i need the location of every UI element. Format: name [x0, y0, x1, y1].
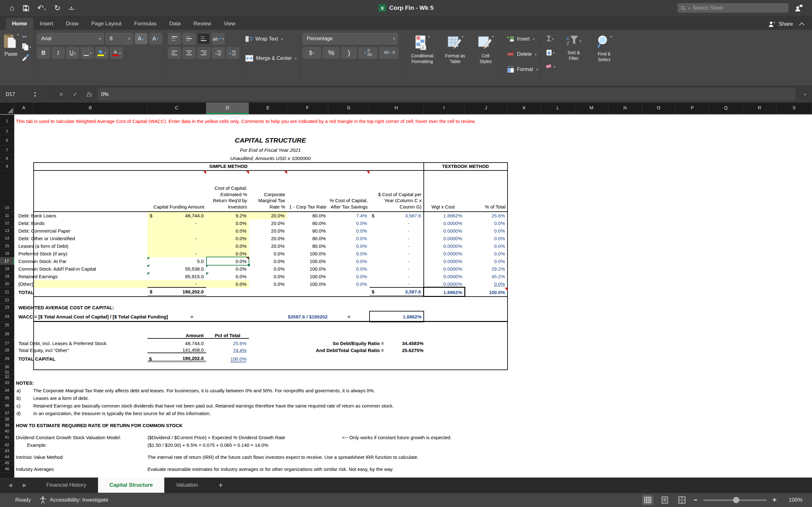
- cell-cost-per-year[interactable]: -: [369, 265, 423, 273]
- autosum-button[interactable]: Σ▾: [544, 33, 557, 44]
- cell-after-tax-pct[interactable]: 0.0%: [328, 257, 369, 265]
- equity-amount[interactable]: 141,458.0: [148, 347, 206, 353]
- cell-funding[interactable]: -: [148, 280, 206, 288]
- formula-input[interactable]: [97, 91, 761, 98]
- row-header-21[interactable]: 21: [0, 288, 14, 297]
- confirm-entry-icon[interactable]: ✓: [68, 86, 82, 103]
- cell-funding[interactable]: -: [148, 250, 206, 257]
- col-header-E[interactable]: E: [249, 103, 287, 114]
- cell-cost-per-year[interactable]: $3,587.6: [369, 212, 423, 219]
- tab-home[interactable]: Home: [6, 18, 33, 30]
- tab-insert[interactable]: Insert: [33, 18, 60, 30]
- name-box-input[interactable]: [5, 91, 34, 98]
- cell-after-tax-pct[interactable]: 0.0%: [328, 227, 369, 234]
- header-capital-funding[interactable]: Capital Funding Amount: [148, 204, 206, 210]
- cell-one-minus-tax[interactable]: 80.0%: [287, 234, 328, 242]
- add-sheet-button[interactable]: +: [210, 477, 232, 493]
- align-center-icon[interactable]: [183, 47, 195, 59]
- page-break-view-icon[interactable]: [676, 495, 688, 505]
- cell-label[interactable]: Debt: Bank Loans: [14, 212, 148, 219]
- cell-after-tax-pct[interactable]: 0.0%: [328, 273, 369, 280]
- wacc-result[interactable]: 1.8862%: [369, 314, 421, 320]
- col-header-N[interactable]: N: [608, 103, 642, 114]
- debt-equity-ratio-value[interactable]: 34.4583%: [389, 341, 423, 346]
- cell-wgt-cost[interactable]: 0.0000%: [423, 273, 465, 280]
- row-header-1[interactable]: 1: [0, 115, 14, 127]
- tab-formulas[interactable]: Formulas: [128, 18, 163, 30]
- increase-indent-icon[interactable]: ▸: [226, 47, 239, 59]
- col-header-K[interactable]: K: [507, 103, 541, 114]
- cell-one-minus-tax[interactable]: 80.0%: [287, 227, 328, 234]
- cell-tax-rate[interactable]: 0.0%: [249, 265, 287, 273]
- header-one-minus-tax[interactable]: 1 - Corp Tax Rate: [287, 204, 328, 210]
- cell-label[interactable]: Debt: Commercial Paper: [14, 227, 148, 234]
- row-header-38[interactable]: 38: [0, 417, 14, 421]
- cell-cost-per-year[interactable]: -: [369, 234, 423, 242]
- cell-one-minus-tax[interactable]: 100.0%: [287, 280, 328, 288]
- collapse-ribbon-icon[interactable]: [799, 22, 805, 27]
- fill-color-button[interactable]: ▾: [96, 47, 108, 59]
- cell-tax-rate[interactable]: 20.0%: [249, 242, 287, 250]
- delete-dropdown-icon[interactable]: ▾: [535, 53, 537, 56]
- cell-after-tax-pct[interactable]: 0.0%: [328, 265, 369, 273]
- cell-label[interactable]: Debt: Bonds: [14, 219, 148, 227]
- shrink-font-button[interactable]: A▼: [149, 33, 162, 44]
- row-header-10[interactable]: 10: [0, 170, 14, 212]
- row-header-32[interactable]: 32: [0, 375, 14, 379]
- cell-label[interactable]: [Other]: [14, 280, 148, 288]
- row-header-37[interactable]: 37: [0, 409, 14, 417]
- col-header-M[interactable]: M: [575, 103, 608, 114]
- cell-wgt-cost[interactable]: 0.0000%: [423, 250, 465, 257]
- cell-cost-pct[interactable]: 9.2%: [206, 212, 249, 219]
- col-header-R[interactable]: R: [743, 103, 776, 114]
- row-header-25[interactable]: 25: [0, 322, 14, 328]
- cell-pct-total[interactable]: 0.0%: [465, 250, 507, 257]
- row-header-17[interactable]: 17: [0, 257, 14, 265]
- cell-wgt-cost[interactable]: 0.0000%: [423, 280, 465, 288]
- cell-wgt-cost[interactable]: 0.0000%: [423, 257, 465, 265]
- search-input[interactable]: [692, 5, 777, 11]
- header-pct-of-total[interactable]: % of Total: [465, 204, 507, 210]
- row-header-33[interactable]: 33: [0, 379, 14, 387]
- decrease-decimal-icon[interactable]: .00▸.0: [379, 47, 398, 59]
- cell-after-tax-pct[interactable]: 0.0%: [328, 250, 369, 257]
- cell-label[interactable]: Leases (a form of Debt): [14, 242, 148, 250]
- row-header-8[interactable]: 8: [0, 155, 14, 162]
- cell-pct-total[interactable]: 25.6%: [465, 212, 507, 219]
- col-header-S[interactable]: S: [776, 103, 812, 114]
- underline-dropdown-icon[interactable]: ▾: [74, 51, 76, 55]
- cell-tax-rate[interactable]: 0.0%: [249, 280, 287, 288]
- cell-tax-rate[interactable]: 20.0%: [249, 234, 287, 242]
- undo-button[interactable]: ↶▾: [38, 4, 46, 12]
- row-header-15[interactable]: 15: [0, 242, 14, 250]
- header-marginal-tax[interactable]: Corporate Marginal Tax Rate %: [249, 191, 287, 210]
- cell-styles-button[interactable]: ▾ Cell Styles: [470, 33, 501, 66]
- row-header-24[interactable]: 24: [0, 311, 14, 322]
- cell-cost-per-year[interactable]: -: [369, 250, 423, 257]
- font-name-select[interactable]: Arial▾: [37, 33, 104, 44]
- row-header-22[interactable]: 22: [0, 297, 14, 303]
- cell-cost-per-year[interactable]: -: [369, 273, 423, 280]
- row-header-40[interactable]: 40: [0, 429, 14, 434]
- cell-tax-rate[interactable]: 20.0%: [249, 227, 287, 234]
- cell-one-minus-tax[interactable]: 100.0%: [287, 250, 328, 257]
- cell-cost-pct[interactable]: 0.0%: [206, 219, 249, 227]
- cell-wgt-cost[interactable]: 0.0000%: [423, 227, 465, 234]
- comma-style-icon[interactable]: ): [341, 47, 357, 59]
- font-color-dropdown-icon[interactable]: ▾: [119, 51, 121, 55]
- italic-button[interactable]: I: [52, 47, 64, 59]
- header-wgt-x-cost[interactable]: Wgt x Cost: [423, 204, 465, 210]
- cell-tax-rate[interactable]: 20.0%: [249, 219, 287, 227]
- merge-center-dropdown-icon[interactable]: ▾: [295, 57, 297, 60]
- cell-one-minus-tax[interactable]: 100.0%: [287, 273, 328, 280]
- share-button[interactable]: Share: [768, 21, 793, 27]
- autosum-dropdown-icon[interactable]: ▾: [552, 37, 554, 41]
- paste-dropdown-icon[interactable]: ▾: [17, 33, 19, 37]
- cell-one-minus-tax[interactable]: 100.0%: [287, 257, 328, 265]
- cell-pct-total[interactable]: 29.2%: [465, 265, 507, 273]
- fill-color-dropdown-icon[interactable]: ▾: [105, 51, 106, 55]
- paste-button[interactable]: ▾ Paste: [3, 33, 19, 57]
- home-icon[interactable]: ⌂: [9, 4, 14, 12]
- row-header-9[interactable]: 9: [0, 162, 14, 170]
- row-header-23[interactable]: 23: [0, 303, 14, 311]
